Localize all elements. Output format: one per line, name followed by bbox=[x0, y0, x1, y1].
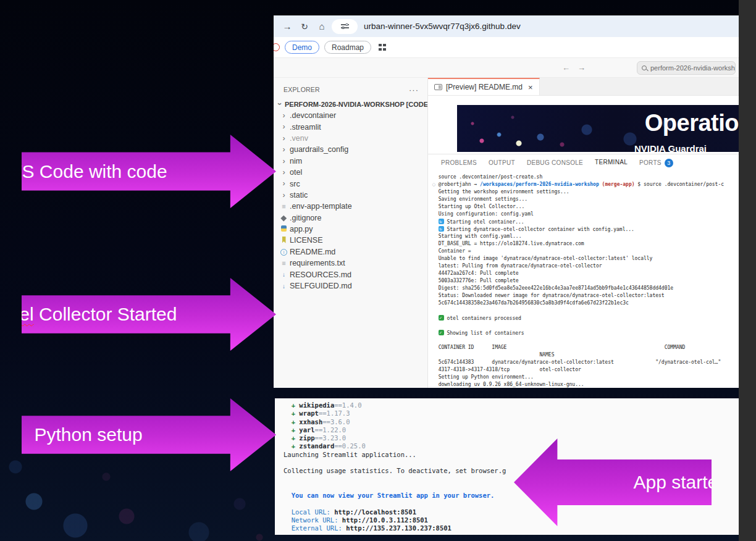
terminal-line: 5003a332776e: Pull complete bbox=[432, 278, 739, 285]
terminal-line: Setting up Python environment... bbox=[432, 374, 739, 382]
apps-grid-icon[interactable] bbox=[379, 44, 386, 51]
url-text[interactable]: urban-winner-5vx5wvqr77q3jx6.github.dev bbox=[364, 22, 521, 31]
chevron-right-icon bbox=[279, 135, 288, 143]
terminal-line: Starting with config.yaml... bbox=[432, 233, 739, 241]
panel-tab-label: DEBUG CONSOLE bbox=[527, 154, 583, 171]
panel-tab-label: PROBLEMS bbox=[441, 154, 477, 171]
tree-file-LICENSE[interactable]: LICENSE bbox=[274, 235, 427, 246]
python-file-icon bbox=[279, 225, 288, 233]
terminal-line: Using configuration: config.yaml bbox=[432, 211, 739, 219]
tab-readme-preview[interactable]: [Preview] README.md bbox=[428, 78, 540, 95]
terminal-line: Starting dynatrace-otel-collector contai… bbox=[432, 226, 739, 233]
tree-file-RESOURCES.md[interactable]: RESOURCES.md bbox=[274, 269, 427, 280]
panel-tab-debug-console[interactable]: DEBUG CONSOLE bbox=[527, 154, 583, 171]
bookmarks-bar: Demo Roadmap bbox=[274, 37, 739, 57]
browser-toolbar: urban-winner-5vx5wvqr77q3jx6.github.dev bbox=[274, 15, 739, 37]
explorer-title: EXPLORER bbox=[284, 86, 320, 93]
tree-item-label: nim bbox=[290, 157, 302, 166]
terminal-line: 44472aa267c4: Pull complete bbox=[432, 270, 739, 278]
terminal-line: Container = bbox=[432, 248, 739, 256]
tree-item-label: src bbox=[290, 180, 300, 188]
panel-tab-output[interactable]: OUTPUT bbox=[489, 154, 515, 171]
banner-title: Operatio bbox=[645, 110, 739, 136]
lines-file-icon bbox=[279, 203, 288, 211]
terminal-line: Starting otel container... bbox=[432, 219, 739, 226]
terminal-line: + wikipedia==1.4.0 bbox=[284, 401, 739, 409]
annotation-arrow-python: Python setup bbox=[22, 398, 276, 471]
terminal-line: Network URL: http://10.0.3.112:8501 bbox=[284, 516, 739, 524]
annotation-arrow-otel: Otel Collector Started bbox=[22, 278, 276, 351]
site-info-icon bbox=[341, 23, 349, 29]
tree-folder-.streamlit[interactable]: .streamlit bbox=[274, 121, 427, 132]
site-info-pill[interactable] bbox=[332, 19, 358, 34]
bookmark-demo[interactable]: Demo bbox=[285, 41, 319, 54]
terminal-line: 4317-4318->4317-4318/tcp otel-collector bbox=[432, 367, 739, 374]
terminal-line: + xxhash==3.6.0 bbox=[284, 418, 739, 426]
nav-back-icon[interactable] bbox=[562, 63, 570, 72]
tree-file-app.py[interactable]: app.py bbox=[274, 224, 427, 235]
editor-tabbar: [Preview] README.md bbox=[428, 78, 739, 96]
reload-icon[interactable] bbox=[296, 21, 313, 31]
terminal-line: + wrapt==1.17.3 bbox=[284, 409, 739, 417]
browser-window: urban-winner-5vx5wvqr77q3jx6.github.dev … bbox=[274, 15, 739, 388]
chevron-right-icon bbox=[279, 112, 288, 120]
chevron-right-icon bbox=[279, 191, 288, 199]
tree-folder-guardrails_config[interactable]: guardrails_config bbox=[274, 144, 427, 155]
panel-tab-problems[interactable]: PROBLEMS bbox=[441, 154, 477, 171]
tree-folder-.devcontainer[interactable]: .devcontainer bbox=[274, 110, 427, 121]
tree-file-README.md[interactable]: README.md bbox=[274, 246, 427, 258]
tree-file-SELFGUIDED.md[interactable]: SELFGUIDED.md bbox=[274, 280, 427, 291]
md-file-icon bbox=[279, 282, 288, 290]
command-center-search[interactable]: perform-2026-nvidia-worksho bbox=[637, 61, 736, 75]
terminal-line: Local URL: http://localhost:8501 bbox=[284, 508, 739, 516]
nav-forward-icon[interactable] bbox=[578, 63, 586, 72]
terminal-line: Starting up Otel Collector... bbox=[432, 204, 739, 211]
annotation-label: VS Code with code bbox=[10, 161, 167, 182]
more-actions-icon[interactable] bbox=[409, 84, 419, 95]
chevron-right-icon bbox=[279, 123, 288, 131]
right-side-band bbox=[739, 0, 756, 541]
readme-preview: Operatio NVIDIA Guardrai bbox=[428, 96, 739, 154]
tree-item-label: guardrails_config bbox=[290, 145, 348, 154]
tree-item-label: .streamlit bbox=[290, 123, 321, 132]
tree-item-label: .devcontainer bbox=[290, 111, 336, 120]
terminal-line: DT_BASE_URL = https://olo18274.live.dyna… bbox=[432, 241, 739, 248]
vscode-titlebar: perform-2026-nvidia-worksho bbox=[274, 57, 739, 78]
terminal-output[interactable]: source .devcontainer/post-create.sh○ @ro… bbox=[428, 171, 739, 388]
clipped-bookmark-icon bbox=[274, 43, 280, 51]
terminal-line: Status: Downloaded newer image for dynat… bbox=[432, 293, 739, 300]
explorer-root[interactable]: PERFORM-2026-NVIDIA-WORKSHOP [CODESP... bbox=[274, 98, 427, 110]
terminal-line: NAMES bbox=[432, 352, 739, 359]
explorer-root-label: PERFORM-2026-NVIDIA-WORKSHOP [CODESP... bbox=[285, 101, 427, 108]
tree-folder-otel[interactable]: otel bbox=[274, 167, 427, 178]
chevron-right-icon bbox=[279, 157, 288, 166]
readme-banner: Operatio NVIDIA Guardrai bbox=[457, 105, 739, 152]
tree-file-requirements.txt[interactable]: requirements.txt bbox=[274, 258, 427, 269]
terminal-line: Unable to find image 'dynatrace/dynatrac… bbox=[432, 256, 739, 263]
info-file-icon bbox=[279, 248, 288, 256]
tree-folder-.venv[interactable]: .venv bbox=[274, 133, 427, 144]
bottom-panel: PROBLEMSOUTPUTDEBUG CONSOLETERMINALPORTS… bbox=[428, 154, 739, 388]
terminal-line: latest: Pulling from dynatrace/dynatrace… bbox=[432, 263, 739, 270]
tree-item-label: otel bbox=[290, 168, 302, 177]
editor-column: [Preview] README.md Operatio NVIDIA Guar… bbox=[428, 78, 739, 388]
terminal-line: + zipp==3.23.0 bbox=[284, 434, 739, 442]
md-file-icon bbox=[279, 270, 288, 279]
home-icon[interactable] bbox=[313, 21, 330, 31]
tree-folder-nim[interactable]: nim bbox=[274, 156, 427, 167]
chevron-right-icon bbox=[279, 146, 288, 154]
tree-file-.env-app-template[interactable]: .env-app-template bbox=[274, 201, 427, 212]
tree-folder-static[interactable]: static bbox=[274, 190, 427, 201]
tree-item-label: .gitignore bbox=[290, 214, 321, 222]
bookmark-roadmap[interactable]: Roadmap bbox=[324, 41, 371, 54]
panel-tab-label: OUTPUT bbox=[489, 154, 515, 171]
close-icon[interactable] bbox=[528, 83, 533, 92]
tree-file-.gitignore[interactable]: .gitignore bbox=[274, 212, 427, 224]
annotation-label: Otel Collector Started bbox=[0, 304, 177, 325]
panel-tab-terminal[interactable]: TERMINAL bbox=[595, 154, 628, 171]
tree-folder-src[interactable]: src bbox=[274, 178, 427, 189]
chevron-right-icon bbox=[279, 169, 288, 177]
banner-subtitle: NVIDIA Guardrai bbox=[634, 143, 707, 152]
forward-icon[interactable] bbox=[279, 21, 296, 31]
panel-tab-ports[interactable]: PORTS3 bbox=[639, 154, 673, 171]
